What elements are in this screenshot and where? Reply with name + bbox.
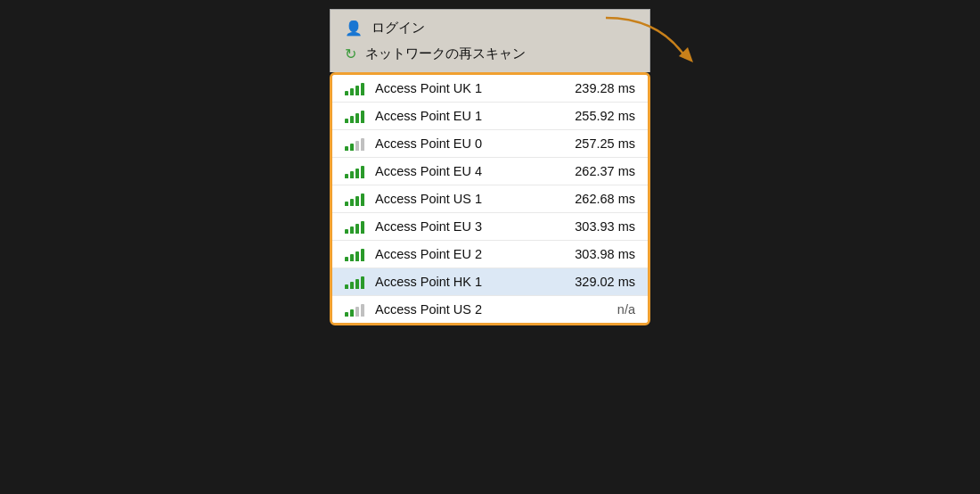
signal-strength-icon [345, 247, 364, 261]
rescan-label: ネットワークの再スキャン [365, 45, 526, 62]
access-point-row[interactable]: Access Point US 1262.68 ms [332, 185, 648, 213]
refresh-icon: ↻ [345, 45, 356, 62]
access-point-row[interactable]: Access Point EU 4262.37 ms [332, 158, 648, 185]
access-point-latency: 329.02 ms [564, 275, 635, 289]
access-point-latency: n/a [564, 302, 635, 317]
signal-strength-icon [345, 136, 364, 151]
access-point-name: Access Point EU 1 [375, 109, 553, 123]
access-point-latency: 262.68 ms [564, 192, 635, 206]
access-point-row[interactable]: Access Point EU 2303.98 ms [332, 241, 648, 268]
access-point-name: Access Point EU 0 [375, 136, 553, 151]
access-point-row[interactable]: Access Point EU 3303.93 ms [332, 213, 648, 241]
access-point-latency: 303.98 ms [564, 247, 635, 261]
access-point-name: Access Point HK 1 [375, 275, 553, 289]
signal-strength-icon [345, 302, 364, 317]
access-point-latency: 257.25 ms [564, 136, 635, 151]
signal-strength-icon [345, 192, 364, 206]
access-point-latency: 262.37 ms [564, 164, 635, 178]
access-point-row[interactable]: Access Point US 2n/a [332, 296, 648, 323]
access-point-latency: 255.92 ms [564, 109, 635, 123]
access-point-name: Access Point EU 2 [375, 247, 553, 261]
access-point-row[interactable]: Access Point UK 1239.28 ms [332, 75, 648, 103]
access-point-name: Access Point EU 4 [375, 164, 553, 178]
signal-strength-icon [345, 164, 364, 178]
signal-strength-icon [345, 219, 364, 234]
access-point-row[interactable]: Access Point EU 1255.92 ms [332, 103, 648, 130]
access-point-panel: Access Point UK 1239.28 msAccess Point E… [330, 72, 650, 325]
arrow-decoration [597, 13, 704, 67]
access-point-name: Access Point EU 3 [375, 219, 553, 234]
access-point-name: Access Point US 1 [375, 192, 553, 206]
main-container: 👤 ログイン ↻ ネットワークの再スキャン Access Point UK 12… [330, 9, 650, 325]
user-icon: 👤 [345, 20, 363, 37]
login-label: ログイン [372, 20, 425, 37]
access-point-name: Access Point UK 1 [375, 81, 553, 95]
access-point-name: Access Point US 2 [375, 302, 553, 317]
access-point-row[interactable]: Access Point EU 0257.25 ms [332, 130, 648, 158]
access-point-latency: 303.93 ms [564, 219, 635, 234]
signal-strength-icon [345, 81, 364, 95]
access-point-latency: 239.28 ms [564, 81, 635, 95]
access-point-row[interactable]: Access Point HK 1329.02 ms [332, 268, 648, 296]
signal-strength-icon [345, 275, 364, 289]
signal-strength-icon [345, 109, 364, 123]
